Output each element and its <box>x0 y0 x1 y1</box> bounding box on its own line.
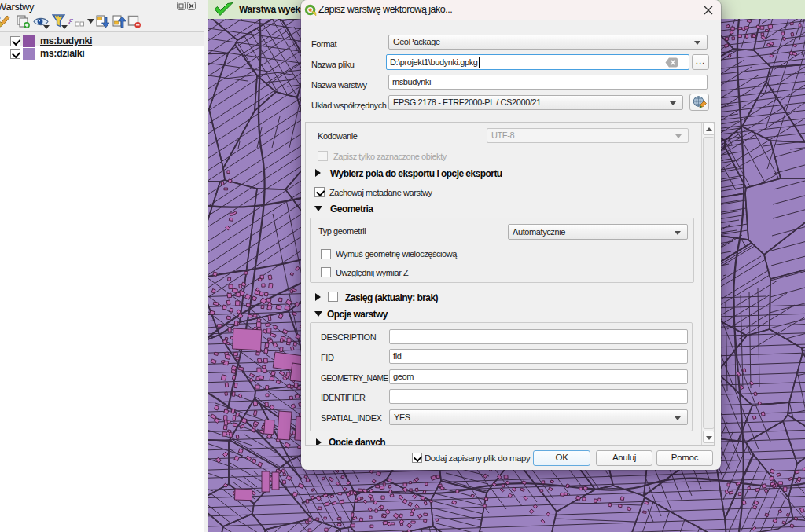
svg-text:ε: ε <box>68 14 73 27</box>
